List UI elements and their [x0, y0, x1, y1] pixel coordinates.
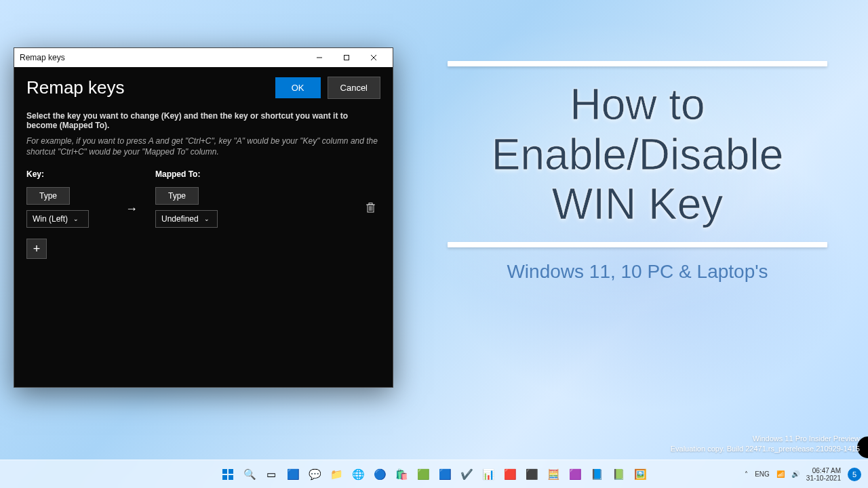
edge-icon[interactable]: 🌐	[349, 466, 367, 483]
arrow-right-icon: →	[108, 187, 155, 216]
svg-rect-13	[229, 475, 233, 480]
windows-watermark: Windows 11 Pro Insider Preview Evaluatio…	[671, 434, 860, 454]
key-select-value: Win (Left)	[33, 214, 68, 224]
trash-icon	[366, 202, 376, 213]
app-icon[interactable]: ✔️	[458, 466, 475, 483]
mapped-column-label: Mapped To:	[155, 169, 237, 179]
notification-badge[interactable]: 5	[848, 468, 861, 481]
explorer-icon[interactable]: 📁	[328, 466, 345, 483]
app-icon[interactable]: 🟩	[414, 466, 432, 483]
app-icon[interactable]: 🟥	[501, 466, 519, 483]
app-icon[interactable]: 📊	[479, 466, 497, 483]
start-button[interactable]	[219, 466, 237, 483]
clock-time: 06:47 AM	[806, 467, 841, 474]
remap-keys-dialog: Remap keys Remap keys OK Cancel Select t…	[14, 47, 393, 388]
dialog-title: Remap keys	[26, 77, 275, 98]
app-icon[interactable]: 🖼️	[631, 466, 649, 483]
example-text: For example, if you want to press A and …	[26, 136, 380, 157]
instruction-text: Select the key you want to change (Key) …	[26, 111, 380, 130]
taskbar[interactable]: 🔍 ▭ 🟦 💬 📁 🌐 🔵 🛍️ 🟩 🟦 ✔️ 📊 🟥 ⬛ 🧮 🟪 📘 📗 🖼️…	[0, 460, 868, 488]
mapped-type-button[interactable]: Type	[155, 187, 199, 205]
ok-button[interactable]: OK	[275, 77, 321, 98]
chat-icon[interactable]: 💬	[306, 466, 323, 483]
key-column-label: Key:	[26, 169, 108, 179]
watermark-line2: Evaluation copy. Build 22471.rs_prerelea…	[671, 444, 860, 454]
app-icon[interactable]: 🟦	[436, 466, 454, 483]
window-title: Remap keys	[20, 53, 65, 62]
store-icon[interactable]: 🛍️	[393, 466, 410, 483]
svg-rect-1	[344, 56, 349, 60]
app-icon[interactable]: ⬛	[523, 466, 540, 483]
promo-bar-bottom	[448, 242, 827, 247]
window-titlebar[interactable]: Remap keys	[14, 48, 393, 67]
close-button[interactable]	[360, 48, 387, 67]
clock-date: 31-10-2021	[806, 474, 841, 482]
promo-title-line1: How to	[434, 80, 841, 130]
chevron-down-icon: ⌄	[204, 216, 210, 222]
taskbar-center: 🔍 ▭ 🟦 💬 📁 🌐 🔵 🛍️ 🟩 🟦 ✔️ 📊 🟥 ⬛ 🧮 🟪 📘 📗 🖼️	[219, 466, 649, 483]
promo-title-line2: Enable/Disable	[434, 130, 841, 180]
taskview-icon[interactable]: ▭	[262, 466, 280, 483]
svg-rect-10	[222, 469, 227, 474]
add-row-button[interactable]: +	[26, 239, 47, 259]
volume-icon[interactable]: 🔊	[791, 470, 800, 478]
search-icon[interactable]: 🔍	[241, 466, 258, 483]
delete-row-button[interactable]	[360, 187, 380, 213]
clock[interactable]: 06:47 AM 31-10-2021	[806, 467, 841, 482]
column-headers: Key: Mapped To:	[26, 167, 380, 184]
mapping-row: Type Win (Left) ⌄ → Type Undefined ⌄	[26, 184, 380, 228]
svg-rect-12	[222, 475, 227, 480]
promo-title-line3: WIN Key	[434, 180, 841, 230]
promo-subtitle: Windows 11, 10 PC & Laptop's	[434, 261, 841, 283]
svg-rect-11	[229, 469, 233, 474]
chrome-icon[interactable]: 🔵	[371, 466, 389, 483]
dialog-header: Remap keys OK Cancel	[14, 67, 393, 108]
calculator-icon[interactable]: 🧮	[545, 466, 562, 483]
key-select[interactable]: Win (Left) ⌄	[26, 210, 89, 228]
svg-rect-9	[369, 203, 372, 205]
cancel-button[interactable]: Cancel	[328, 77, 380, 99]
language-indicator[interactable]: ENG	[755, 470, 770, 478]
mapped-select[interactable]: Undefined ⌄	[155, 210, 218, 228]
dialog-body: Select the key you want to change (Key) …	[14, 108, 393, 262]
minimize-button[interactable]	[306, 48, 333, 67]
key-type-button[interactable]: Type	[26, 187, 70, 205]
watermark-line1: Windows 11 Pro Insider Preview	[671, 434, 860, 444]
app-icon[interactable]: 🟪	[566, 466, 584, 483]
promo-bar-top	[448, 61, 827, 66]
app-icon[interactable]: 📗	[610, 466, 627, 483]
tray-chevron-icon[interactable]: ˄	[745, 470, 748, 478]
wifi-icon[interactable]: 📶	[776, 470, 785, 478]
widgets-icon[interactable]: 🟦	[284, 466, 302, 483]
promo-overlay: How to Enable/Disable WIN Key Windows 11…	[434, 61, 841, 283]
mapped-select-value: Undefined	[161, 214, 199, 224]
taskbar-right: ˄ ENG 📶 🔊 06:47 AM 31-10-2021 5	[745, 467, 861, 482]
chevron-down-icon: ⌄	[73, 216, 79, 222]
maximize-button[interactable]	[333, 48, 360, 67]
app-icon[interactable]: 📘	[588, 466, 606, 483]
